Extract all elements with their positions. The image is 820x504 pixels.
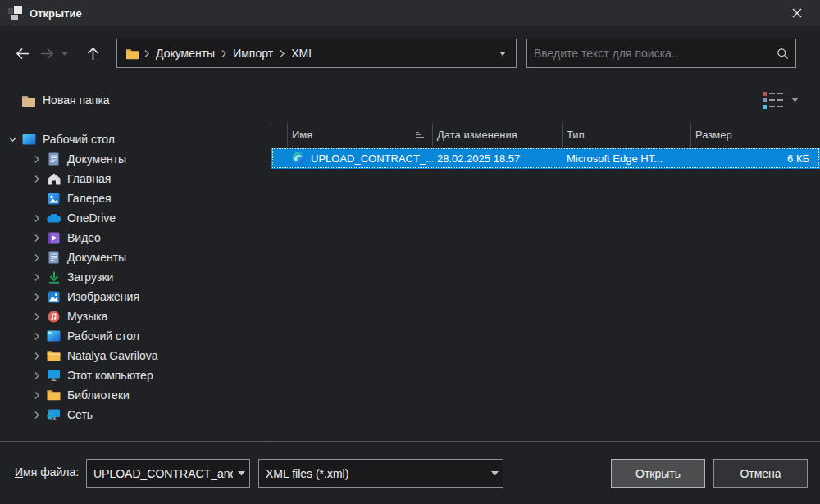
file-type: Microsoft Edge HT...	[563, 152, 691, 165]
filetype-value[interactable]: XML files (*.xml)	[259, 467, 486, 480]
chevron-right-icon[interactable]	[30, 408, 44, 421]
chevron-right-icon[interactable]	[30, 369, 44, 382]
tree-item-label: OneDrive	[67, 211, 116, 225]
chevron-right-icon[interactable]	[30, 310, 44, 323]
chevron-down-icon	[61, 52, 68, 56]
breadcrumb-segment-documents[interactable]: Документы	[151, 47, 220, 60]
onedrive-icon	[47, 211, 61, 225]
this-pc-icon	[47, 369, 61, 383]
sort-ascending-icon	[416, 132, 424, 138]
chevron-down-icon	[499, 52, 506, 56]
filename-combobox[interactable]: UPLOAD_CONTRACT_anon	[86, 459, 250, 488]
tree-item-label: Галерея	[67, 192, 112, 205]
chevron-right-icon[interactable]	[30, 172, 44, 185]
libraries-icon	[47, 388, 61, 402]
tree-item-documents-2[interactable]: Документы	[0, 247, 271, 267]
tree-item-gallery[interactable]: Галерея	[0, 188, 271, 208]
tree-item-onedrive[interactable]: OneDrive	[0, 208, 271, 228]
filename-dropdown-button[interactable]	[233, 471, 249, 476]
chevron-right-icon[interactable]	[30, 329, 44, 343]
column-header-size[interactable]: Размер	[691, 123, 820, 147]
file-modified: 28.02.2025 18:57	[433, 152, 563, 165]
chevron-right-icon[interactable]	[30, 270, 44, 284]
tree-item-label: Изображения	[67, 290, 139, 303]
home-icon	[47, 172, 61, 186]
tree-item-label: Загрузки	[67, 270, 113, 284]
breadcrumb-separator-icon[interactable]	[278, 50, 286, 57]
titlebar: Открытие	[0, 0, 820, 26]
up-icon	[84, 45, 102, 62]
close-icon	[792, 8, 802, 18]
change-view-button[interactable]	[763, 92, 783, 109]
search-input[interactable]	[534, 47, 777, 60]
tree-item-label: Главная	[67, 172, 111, 185]
chevron-right-icon[interactable]	[30, 152, 44, 166]
tree-item-user-folder[interactable]: Natalya Gavrilova	[0, 346, 271, 366]
tree-item-network[interactable]: Сеть	[0, 405, 271, 425]
command-bar: Новая папка	[0, 82, 820, 118]
tree-item-pictures[interactable]: Изображения	[0, 287, 271, 306]
edge-icon	[292, 152, 305, 165]
chevron-right-icon[interactable]	[30, 290, 44, 303]
tree-item-this-pc[interactable]: Этот компьютер	[0, 366, 271, 385]
main-area: Рабочий стол Документы Главная	[0, 123, 820, 441]
cancel-button[interactable]: Отмена	[713, 459, 808, 488]
chevron-expanded-icon[interactable]	[5, 133, 20, 146]
column-header-type[interactable]: Тип	[563, 123, 691, 147]
documents-icon	[47, 251, 61, 265]
downloads-icon	[47, 270, 61, 284]
new-folder-button[interactable]: Новая папка	[16, 88, 115, 112]
breadcrumb-dropdown-button[interactable]	[494, 52, 511, 56]
file-name: UPLOAD_CONTRACT_...	[311, 152, 433, 165]
chevron-right-icon[interactable]	[30, 349, 44, 362]
tree-item-libraries[interactable]: Библиотеки	[0, 385, 271, 405]
file-list: Имя Дата изменения Тип Размер	[271, 123, 820, 441]
breadcrumb-separator-icon[interactable]	[220, 50, 228, 57]
close-button[interactable]	[782, 0, 812, 26]
tree-item-videos[interactable]: Видео	[0, 228, 271, 247]
column-header-modified[interactable]: Дата изменения	[433, 123, 563, 147]
tree-item-label: Документы	[67, 152, 126, 166]
tree-item-downloads[interactable]: Загрузки	[0, 267, 271, 287]
chevron-right-icon[interactable]	[30, 251, 44, 264]
chevron-right-icon[interactable]	[30, 211, 44, 225]
forward-button[interactable]	[34, 41, 59, 66]
file-size: 6 КБ	[691, 152, 820, 165]
filetype-combobox[interactable]: XML files (*.xml)	[258, 459, 503, 488]
tree-item-desktop[interactable]: Рабочий стол	[0, 326, 271, 346]
open-file-dialog: Открытие	[0, 0, 820, 504]
tree-item-label: Этот компьютер	[67, 369, 153, 382]
tree-item-label: Рабочий стол	[67, 329, 139, 343]
breadcrumb-segment-import[interactable]: Импорт	[228, 47, 278, 60]
column-header-name[interactable]: Имя	[288, 123, 433, 147]
open-button[interactable]: Открыть	[611, 459, 705, 488]
tree-item-documents[interactable]: Документы	[0, 149, 271, 169]
recent-locations-button[interactable]	[59, 41, 71, 66]
breadcrumb: Документы Импорт XML	[116, 39, 517, 68]
tree-item-label: Natalya Gavrilova	[67, 349, 158, 362]
column-gutter	[271, 123, 288, 147]
back-button[interactable]	[10, 41, 34, 66]
file-list-header: Имя Дата изменения Тип Размер	[271, 123, 820, 147]
up-button[interactable]	[80, 41, 105, 66]
documents-icon	[47, 152, 61, 166]
tree-item-home[interactable]: Главная	[0, 169, 271, 188]
view-dropdown-icon[interactable]	[791, 98, 799, 102]
tree-item-music[interactable]: Музыка	[0, 306, 271, 326]
breadcrumb-segment-xml[interactable]: XML	[286, 47, 320, 60]
navigation-tree: Рабочий стол Документы Главная	[0, 129, 271, 441]
tree-item-label: Документы	[67, 251, 126, 264]
tree-item-desktop-root[interactable]: Рабочий стол	[0, 129, 271, 149]
filetype-dropdown-button[interactable]	[486, 471, 503, 476]
network-icon	[47, 408, 61, 422]
tree-item-label: Рабочий стол	[43, 133, 115, 146]
desktop-icon	[47, 329, 61, 343]
forward-icon	[39, 45, 56, 62]
chevron-right-icon[interactable]	[30, 388, 44, 402]
search-icon[interactable]	[777, 48, 789, 60]
back-icon	[14, 45, 31, 62]
chevron-right-icon[interactable]	[30, 231, 44, 244]
file-row-selected[interactable]: UPLOAD_CONTRACT_... 28.02.2025 18:57 Mic…	[271, 148, 820, 169]
breadcrumb-separator-icon[interactable]	[143, 50, 151, 57]
filename-value[interactable]: UPLOAD_CONTRACT_anon	[87, 467, 233, 480]
